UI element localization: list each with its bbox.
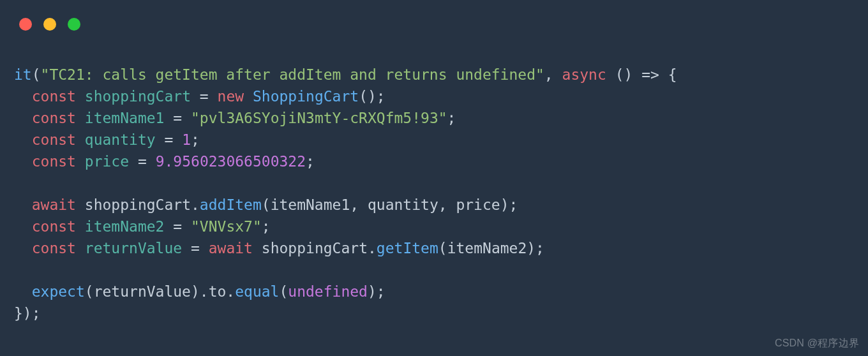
zoom-icon[interactable] xyxy=(68,18,80,31)
str-itemName1: "pvl3A6SYojiN3mtY-cRXQfm5!93" xyxy=(191,110,447,126)
fn-it: it xyxy=(14,66,32,83)
arrow: () => { xyxy=(615,66,677,83)
semi: ; xyxy=(447,110,456,126)
obj-shoppingCart: shoppingCart xyxy=(262,240,368,256)
var-returnValue: returnValue xyxy=(85,240,182,256)
op-eq: = xyxy=(173,110,182,126)
ctor-ShoppingCart: ShoppingCart xyxy=(253,88,359,105)
var-itemName2: itemName2 xyxy=(85,218,165,235)
dot: . xyxy=(368,240,377,256)
fn-expect: expect xyxy=(32,283,85,300)
method-equal: equal xyxy=(235,283,279,300)
expect-arg: (returnValue) xyxy=(85,283,200,300)
method-addItem: addItem xyxy=(200,197,262,213)
code-block: it("TC21: calls getItem after addItem an… xyxy=(14,64,677,324)
comma: , xyxy=(544,66,562,83)
op-eq: = xyxy=(138,153,147,170)
dot: . xyxy=(191,197,200,213)
kw-const: const xyxy=(32,240,76,256)
kw-await: await xyxy=(32,197,76,213)
var-quantity: quantity xyxy=(85,131,156,148)
close-icon[interactable] xyxy=(19,18,32,31)
minimize-icon[interactable] xyxy=(43,18,56,31)
num-quantity: 1 xyxy=(182,131,191,148)
test-title-string: "TC21: calls getItem after addItem and r… xyxy=(41,66,544,83)
kw-async: async xyxy=(562,66,606,83)
watermark: CSDN @程序边界 xyxy=(775,336,859,351)
chain-to: .to. xyxy=(200,283,235,300)
op-eq: = xyxy=(173,218,182,235)
literal-undefined: undefined xyxy=(288,283,368,300)
obj-shoppingCart: shoppingCart xyxy=(85,197,191,213)
str-itemName2: "VNVsx7" xyxy=(191,218,262,235)
paren-close: ); xyxy=(368,283,385,300)
kw-await: await xyxy=(209,240,253,256)
paren: ( xyxy=(32,66,41,83)
semi: ; xyxy=(262,218,271,235)
args-getItem: (itemName2); xyxy=(438,240,544,256)
kw-const: const xyxy=(32,218,76,235)
window-controls xyxy=(19,18,80,31)
ctor-tail: (); xyxy=(359,88,385,105)
semi: ; xyxy=(191,131,200,148)
arrow-params xyxy=(606,66,615,83)
kw-const: const xyxy=(32,131,76,148)
op-eq: = xyxy=(200,88,209,105)
args-addItem: (itemName1, quantity, price); xyxy=(262,197,518,213)
semi: ; xyxy=(306,153,315,170)
kw-new: new xyxy=(218,88,244,105)
kw-const: const xyxy=(32,153,76,170)
kw-const: const xyxy=(32,110,76,126)
var-itemName1: itemName1 xyxy=(85,110,165,126)
op-eq: = xyxy=(164,131,173,148)
method-getItem: getItem xyxy=(377,240,438,256)
op-eq: = xyxy=(191,240,200,256)
kw-const: const xyxy=(32,88,76,105)
num-price: 9.956023066500322 xyxy=(156,153,306,170)
block-close: }); xyxy=(14,305,41,322)
var-price: price xyxy=(85,153,129,170)
code-window: it("TC21: calls getItem after addItem an… xyxy=(0,0,868,356)
var-shoppingCart: shoppingCart xyxy=(85,88,191,105)
paren-open: ( xyxy=(279,283,288,300)
